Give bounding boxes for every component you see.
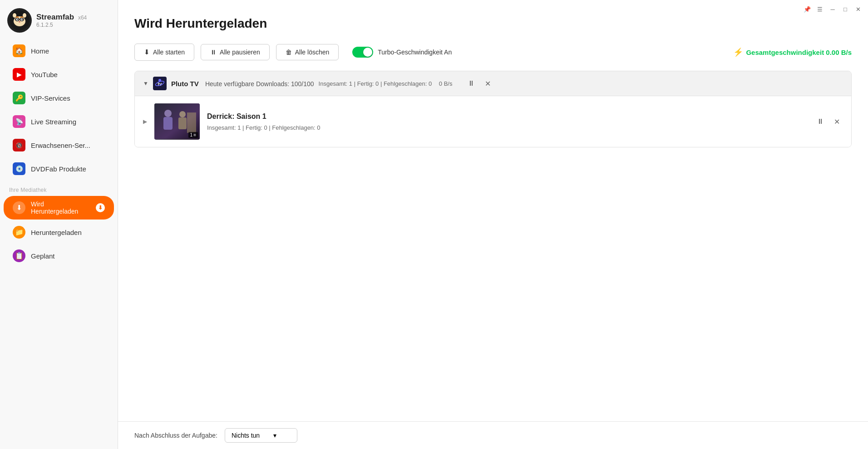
- toolbar: ⬇ Alle starten ⏸ Alle pausieren 🗑 Alle l…: [134, 44, 852, 61]
- maximize-button[interactable]: □: [840, 4, 851, 15]
- item-actions: ⏸ ✕: [814, 115, 843, 128]
- start-all-button[interactable]: ⬇ Alle starten: [134, 44, 194, 61]
- home-icon: 🏠: [13, 44, 25, 57]
- sidebar-label-live: Live Streaming: [31, 118, 76, 126]
- item-title: Derrick: Saison 1: [207, 112, 807, 121]
- svg-point-10: [23, 13, 26, 18]
- logo-text: Streamfab x64 6.1.2.5: [36, 13, 87, 28]
- sidebar-item-planned[interactable]: 📋 Geplant: [4, 244, 114, 267]
- youtube-icon: ▶: [13, 68, 25, 81]
- downloading-badge: ⬇: [96, 203, 105, 212]
- downloaded-icon: 📁: [13, 226, 25, 239]
- select-arrow-icon: ▾: [273, 432, 276, 439]
- lightning-icon: ⚡: [733, 47, 743, 57]
- sidebar-label-planned: Geplant: [31, 252, 55, 260]
- sidebar-item-live[interactable]: 📡 Live Streaming: [4, 110, 114, 133]
- delete-all-button[interactable]: 🗑 Alle löschen: [276, 44, 339, 60]
- turbo-area: Turbo-Geschwindigkeit An: [352, 47, 452, 58]
- download-icon: ⬇: [144, 48, 150, 56]
- turbo-toggle[interactable]: [352, 47, 373, 58]
- minimize-button[interactable]: ─: [827, 4, 838, 15]
- item-stats: Insgesamt: 1 | Fertig: 0 | Fehlgeschlage…: [207, 124, 807, 131]
- item-info: Derrick: Saison 1 Insgesamt: 1 | Fertig:…: [207, 112, 807, 131]
- sidebar-item-youtube[interactable]: ▶ YouTube: [4, 63, 114, 86]
- section-close-button[interactable]: ✕: [481, 77, 494, 90]
- brand-name: Streamfab x64: [36, 13, 87, 22]
- task-completion-select[interactable]: Nichts tun ▾: [225, 428, 297, 443]
- pause-icon: ⏸: [210, 49, 217, 56]
- sidebar-label-dvd: DVDFab Produkte: [31, 165, 86, 173]
- adult-icon: 🔞: [13, 139, 25, 151]
- page-title: Wird Heruntergeladen: [134, 16, 852, 31]
- app-logo: Streamfab x64 6.1.2.5: [0, 0, 118, 39]
- svg-rect-17: [163, 117, 173, 130]
- svg-point-7: [21, 19, 22, 20]
- sidebar-item-downloading[interactable]: ⬇ Wird Heruntergeladen ⬇: [4, 196, 114, 220]
- sidebar-item-vip[interactable]: 🔑 VIP-Services: [4, 87, 114, 109]
- sidebar-label-vip: VIP-Services: [31, 94, 70, 102]
- sidebar-label-home: Home: [31, 47, 49, 55]
- content-area: Wird Heruntergeladen ⬇ Alle starten ⏸ Al…: [118, 0, 868, 421]
- vip-icon: 🔑: [13, 92, 25, 104]
- svg-point-18: [179, 111, 186, 117]
- item-close-button[interactable]: ✕: [830, 115, 843, 128]
- library-section-label: Ihre Mediathek: [0, 181, 118, 195]
- availability-label: Heute verfügbare Downloads: 100/100: [205, 80, 314, 88]
- service-name: Pluto TV Heute verfügbare Downloads: 100…: [171, 80, 314, 88]
- footer: Nach Abschluss der Aufgabe: Nichts tun ▾: [118, 421, 868, 449]
- menu-button[interactable]: ☰: [814, 4, 825, 15]
- section-pause-button[interactable]: ⏸: [465, 77, 478, 90]
- sidebar-label-downloading: Wird Heruntergeladen: [31, 200, 90, 215]
- sidebar-label-youtube: YouTube: [31, 71, 58, 78]
- thumb-placeholder: 1 ≡: [154, 103, 200, 140]
- item-pause-button[interactable]: ⏸: [814, 115, 827, 128]
- section-actions: ⏸ ✕: [465, 77, 494, 90]
- trash-icon: 🗑: [286, 49, 292, 56]
- close-button[interactable]: ✕: [853, 4, 863, 15]
- sidebar-item-dvd[interactable]: 💿 DVDFab Produkte: [4, 157, 114, 180]
- titlebar: 📌 ☰ ─ □ ✕: [797, 0, 868, 18]
- sidebar-item-adult[interactable]: 🔞 Erwachsenen-Ser...: [4, 134, 114, 156]
- main-content: 📌 ☰ ─ □ ✕ Wird Heruntergeladen ⬇ Alle st…: [118, 0, 868, 449]
- chevron-icon[interactable]: ▼: [143, 80, 148, 87]
- svg-rect-19: [178, 117, 187, 129]
- downloading-icon: ⬇: [13, 201, 25, 214]
- svg-point-8: [19, 21, 20, 23]
- footer-label: Nach Abschluss der Aufgabe:: [134, 432, 217, 439]
- pin-button[interactable]: 📌: [802, 4, 813, 15]
- speed-label: Gesamtgeschwindigkeit 0.00 B/s: [746, 49, 852, 56]
- dvd-icon: 💿: [13, 162, 25, 175]
- section-stats: Insgesamt: 1 | Fertig: 0 | Fehlgeschlage…: [319, 80, 453, 87]
- svg-point-6: [17, 19, 18, 20]
- thumb-badge: 1 ≡: [188, 132, 198, 138]
- svg-rect-20: [187, 112, 196, 133]
- sidebar-item-home[interactable]: 🏠 Home: [4, 39, 114, 62]
- sidebar-label-adult: Erwachsenen-Ser...: [31, 142, 90, 149]
- app-version: 6.1.2.5: [36, 22, 87, 28]
- logo-icon: [7, 8, 32, 33]
- item-thumbnail: 1 ≡: [154, 103, 200, 140]
- svg-point-9: [13, 13, 16, 18]
- sidebar-item-downloaded[interactable]: 📁 Heruntergeladen: [4, 221, 114, 244]
- pluto-badge: tv: [153, 77, 167, 90]
- svg-point-16: [164, 110, 172, 117]
- svg-point-14: [158, 79, 161, 82]
- item-expand-icon[interactable]: ▶: [143, 118, 147, 125]
- sidebar-label-downloaded: Heruntergeladen: [31, 229, 82, 236]
- turbo-label: Turbo-Geschwindigkeit An: [378, 49, 452, 56]
- section-header: ▼ tv Pluto TV Heute verfügbare Downloads…: [135, 71, 851, 96]
- speed-area: ⚡ Gesamtgeschwindigkeit 0.00 B/s: [733, 47, 852, 57]
- live-icon: 📡: [13, 115, 25, 128]
- download-item: ▶: [135, 96, 851, 147]
- sidebar: Streamfab x64 6.1.2.5 🏠 Home ▶ YouTube 🔑…: [0, 0, 118, 449]
- toggle-knob: [363, 48, 372, 57]
- download-section: ▼ tv Pluto TV Heute verfügbare Downloads…: [134, 71, 852, 147]
- planned-icon: 📋: [13, 249, 25, 262]
- pause-all-button[interactable]: ⏸ Alle pausieren: [201, 44, 270, 60]
